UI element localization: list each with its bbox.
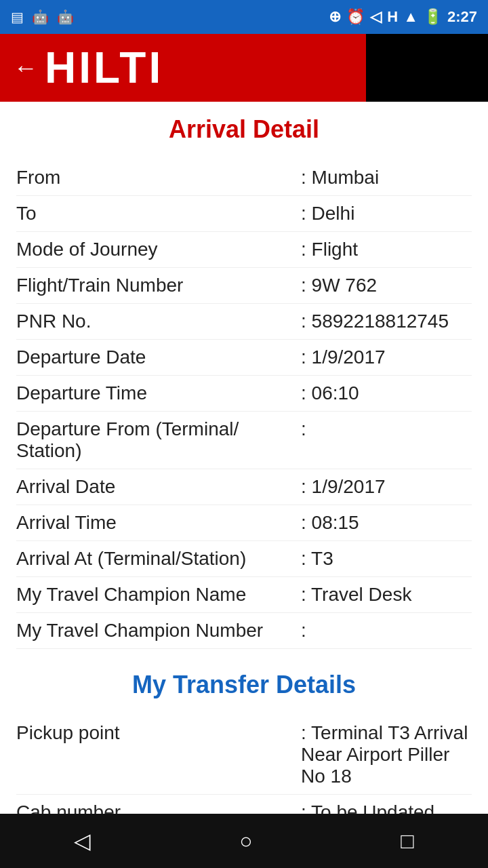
- arrival-row-5: Departure Date: 1/9/2017: [16, 340, 472, 376]
- arrival-value-0: : Mumbai: [301, 167, 472, 189]
- arrival-detail-title: Arrival Detail: [16, 115, 472, 144]
- arrival-row-8: Arrival Date: 1/9/2017: [16, 469, 472, 505]
- home-nav-icon[interactable]: ○: [239, 829, 252, 854]
- status-bar: ▤ 🤖 🤖 ⊕ ⏰ ◁ H ▲ 🔋 2:27: [0, 0, 488, 34]
- android-icon2: 🤖: [57, 9, 74, 25]
- hilti-logo: HILTI: [45, 43, 163, 93]
- arrival-label-7: Departure From (Terminal/ Station): [16, 418, 301, 462]
- transfer-value-0: : Terminal T3 Arrival Near Airport Pille…: [301, 722, 472, 787]
- transfer-row-0: Pickup point: Terminal T3 Arrival Near A…: [16, 715, 472, 795]
- main-content: Arrival Detail From: MumbaiTo: DelhiMode…: [0, 102, 488, 868]
- arrival-row-2: Mode of Journey: Flight: [16, 232, 472, 268]
- arrival-label-0: From: [16, 167, 301, 189]
- arrival-value-3: : 9W 762: [301, 275, 472, 296]
- back-nav-icon[interactable]: ◁: [74, 828, 91, 854]
- arrival-label-9: Arrival Time: [16, 512, 301, 534]
- back-button[interactable]: ←: [14, 54, 38, 82]
- arrival-row-10: Arrival At (Terminal/Station): T3: [16, 541, 472, 577]
- arrival-value-12: :: [301, 620, 472, 642]
- arrival-row-11: My Travel Champion Name: Travel Desk: [16, 577, 472, 613]
- arrival-value-9: : 08:15: [301, 512, 472, 534]
- arrival-row-1: To: Delhi: [16, 196, 472, 232]
- arrival-value-1: : Delhi: [301, 203, 472, 224]
- transfer-label-0: Pickup point: [16, 722, 301, 744]
- arrival-value-10: : T3: [301, 548, 472, 570]
- arrival-label-12: My Travel Champion Number: [16, 620, 301, 642]
- arrival-value-4: : 5892218812745: [301, 311, 472, 332]
- arrival-row-0: From: Mumbai: [16, 160, 472, 196]
- notification-icon: ▤: [11, 9, 24, 25]
- arrival-label-4: PNR No.: [16, 311, 301, 332]
- arrival-label-10: Arrival At (Terminal/Station): [16, 548, 301, 570]
- signal-icon2: ▲: [403, 8, 418, 26]
- arrival-value-7: :: [301, 418, 472, 440]
- bottom-nav: ◁ ○ □: [0, 814, 488, 868]
- arrival-label-6: Departure Time: [16, 382, 301, 404]
- alarm-icon: ⏰: [346, 8, 365, 26]
- arrival-row-7: Departure From (Terminal/ Station):: [16, 412, 472, 469]
- arrival-value-8: : 1/9/2017: [301, 476, 472, 498]
- arrival-row-6: Departure Time: 06:10: [16, 376, 472, 412]
- arrival-label-5: Departure Date: [16, 347, 301, 368]
- arrival-value-6: : 06:10: [301, 382, 472, 404]
- arrival-label-8: Arrival Date: [16, 476, 301, 498]
- battery-icon: 🔋: [424, 8, 442, 26]
- arrival-value-5: : 1/9/2017: [301, 347, 472, 368]
- android-icon1: 🤖: [32, 9, 49, 25]
- status-bar-right: ⊕ ⏰ ◁ H ▲ 🔋 2:27: [329, 8, 477, 26]
- signal-icon: ◁: [370, 8, 382, 26]
- arrival-value-11: : Travel Desk: [301, 584, 472, 606]
- status-bar-left: ▤ 🤖 🤖: [11, 9, 74, 25]
- arrival-row-12: My Travel Champion Number:: [16, 613, 472, 649]
- arrival-label-1: To: [16, 203, 301, 224]
- arrival-fields-container: From: MumbaiTo: DelhiMode of Journey: Fl…: [16, 160, 472, 649]
- time-display: 2:27: [447, 8, 477, 26]
- h-badge: H: [387, 8, 398, 26]
- arrival-label-3: Flight/Train Number: [16, 275, 301, 296]
- arrival-label-11: My Travel Champion Name: [16, 584, 301, 606]
- header-logo-section: ← HILTI: [0, 34, 366, 102]
- arrival-value-2: : Flight: [301, 239, 472, 260]
- wifi-icon: ⊕: [329, 8, 341, 26]
- header: ← HILTI: [0, 34, 488, 102]
- arrival-row-9: Arrival Time: 08:15: [16, 505, 472, 541]
- arrival-label-2: Mode of Journey: [16, 239, 301, 260]
- recents-nav-icon[interactable]: □: [401, 829, 413, 854]
- header-right-block: [366, 34, 488, 102]
- arrival-row-3: Flight/Train Number: 9W 762: [16, 268, 472, 304]
- arrival-row-4: PNR No.: 5892218812745: [16, 304, 472, 340]
- transfer-detail-title: My Transfer Details: [16, 671, 472, 699]
